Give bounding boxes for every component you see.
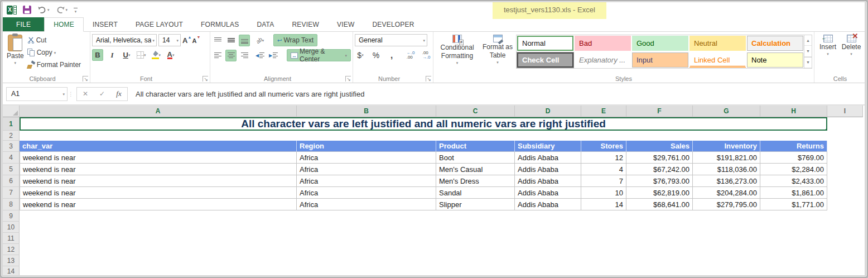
column-header-D[interactable]: D	[515, 106, 581, 117]
cell-header-region[interactable]: Region	[297, 141, 436, 152]
cell-B6[interactable]: Africa	[297, 175, 436, 187]
empty-row-area-11[interactable]	[20, 233, 863, 244]
paste-button[interactable]: Paste ▾	[4, 33, 26, 66]
row-header-3[interactable]: 3	[3, 141, 20, 152]
gallery-more-icon[interactable]: ▼	[804, 57, 812, 68]
style-linked-cell[interactable]: Linked Cell	[689, 52, 746, 68]
tab-data[interactable]: DATA	[248, 17, 283, 31]
cut-button[interactable]: Cut	[26, 34, 82, 46]
empty-row-area-9[interactable]	[20, 210, 863, 222]
cell-header-inventory[interactable]: Inventory	[693, 141, 760, 152]
font-dialog-launcher-icon[interactable]: ↘	[202, 76, 208, 82]
cell-A4[interactable]: weekend is near	[20, 152, 297, 164]
column-header-B[interactable]: B	[297, 106, 436, 117]
column-header-A[interactable]: A	[20, 106, 297, 117]
undo-button[interactable]: ▾	[37, 6, 50, 14]
column-header-F[interactable]: F	[626, 106, 693, 117]
row-header-12[interactable]: 12	[3, 244, 20, 255]
undo-dropdown-icon[interactable]: ▾	[47, 8, 50, 12]
accounting-dropdown-icon[interactable]: ▾	[361, 53, 364, 57]
column-header-I[interactable]: I	[827, 106, 863, 117]
empty-row-area-14[interactable]	[20, 266, 863, 275]
font-color-dropdown-icon[interactable]: ▾	[172, 53, 175, 57]
alignment-dialog-launcher-icon[interactable]: ↘	[345, 76, 351, 82]
row-header-1[interactable]: 1	[3, 117, 20, 131]
cell-F7[interactable]: $62,819.00	[626, 187, 693, 199]
cell-G7[interactable]: $204,284.00	[693, 187, 760, 199]
row-header-11[interactable]: 11	[3, 233, 20, 244]
gallery-scroll-up-icon[interactable]: ▲	[804, 35, 812, 46]
cell-B8[interactable]: Africa	[297, 199, 436, 210]
borders-dropdown-icon[interactable]: ▾	[144, 53, 146, 57]
cell-F6[interactable]: $76,793.00	[626, 175, 693, 187]
cell-header-char-var[interactable]: char_var	[20, 141, 297, 152]
format-painter-button[interactable]: Format Painter	[26, 59, 82, 71]
tab-formulas[interactable]: FORMULAS	[192, 17, 248, 31]
row-header-5[interactable]: 5	[3, 164, 20, 175]
underline-dropdown-icon[interactable]: ▾	[128, 53, 131, 57]
empty-row-area-10[interactable]	[20, 222, 863, 233]
column-header-H[interactable]: H	[760, 106, 827, 117]
cell-D7[interactable]: Addis Ababa	[515, 187, 581, 199]
decrease-decimal-button[interactable]: .00→.0	[421, 49, 432, 61]
conditional-formatting-button[interactable]: Conditional Formatting ▾	[435, 33, 479, 66]
cell-D8[interactable]: Addis Ababa	[515, 199, 581, 210]
column-header-C[interactable]: C	[436, 106, 515, 117]
customize-qat-button[interactable]: ▾	[74, 6, 78, 13]
column-header-E[interactable]: E	[581, 106, 626, 117]
empty-row-area-13[interactable]	[20, 255, 863, 266]
bottom-align-button[interactable]	[239, 35, 250, 46]
copy-button[interactable]: Copy ▾	[26, 46, 82, 59]
style-neutral[interactable]: Neutral	[689, 36, 746, 51]
tab-home[interactable]: HOME	[44, 17, 84, 32]
cell-B7[interactable]: Africa	[297, 187, 436, 199]
cell-A6[interactable]: weekend is near	[20, 175, 297, 187]
cell-header-product[interactable]: Product	[436, 141, 515, 152]
insert-function-button[interactable]: fx	[110, 89, 127, 98]
gallery-scroll-down-icon[interactable]: ▼	[804, 46, 812, 56]
cell-C4[interactable]: Boot	[436, 152, 515, 164]
cell-header-sales[interactable]: Sales	[626, 141, 693, 152]
row-header-4[interactable]: 4	[3, 152, 20, 164]
row-header-14[interactable]: 14	[3, 266, 20, 275]
wrap-text-button[interactable]: ↩ Wrap Text	[273, 34, 317, 46]
clipboard-dialog-launcher-icon[interactable]: ↘	[83, 76, 88, 82]
cell-H7[interactable]: $1,861.00	[760, 187, 827, 199]
cell-G8[interactable]: $279,795.00	[693, 199, 760, 210]
cell-E8[interactable]: 14	[581, 199, 626, 210]
comma-style-button[interactable]: ,	[386, 49, 397, 61]
increase-indent-button[interactable]: ▶	[268, 50, 279, 61]
number-format-select[interactable]: General ▾	[355, 34, 427, 46]
cell-C7[interactable]: Sandal	[436, 187, 515, 199]
bold-button[interactable]: B	[92, 49, 103, 61]
cell-H8[interactable]: $1,771.00	[760, 199, 827, 210]
cell-H6[interactable]: $2,433.00	[760, 175, 827, 187]
cell-A5[interactable]: weekend is near	[20, 164, 297, 175]
decrease-font-size-button[interactable]: A▼	[192, 36, 199, 45]
font-family-select[interactable]: Arial, Helvetica, sa ▾	[92, 34, 157, 46]
orientation-button[interactable]: ab▾	[254, 35, 266, 46]
paste-dropdown-icon[interactable]: ▾	[15, 61, 17, 65]
cell-header-subsidiary[interactable]: Subsidiary	[515, 141, 581, 152]
cell-F4[interactable]: $29,761.00	[626, 152, 693, 164]
tab-developer[interactable]: DEVELOPER	[363, 17, 423, 31]
cell-G6[interactable]: $136,273.00	[693, 175, 760, 187]
percent-style-button[interactable]: %	[370, 49, 382, 61]
accounting-format-button[interactable]: $▾	[355, 49, 366, 61]
align-right-button[interactable]	[239, 50, 250, 61]
cell-B5[interactable]: Africa	[297, 164, 436, 175]
formula-bar-content[interactable]: All character vars are left justified an…	[136, 90, 364, 98]
redo-dropdown-icon[interactable]: ▾	[66, 8, 68, 12]
cell-C6[interactable]: Men's Dress	[436, 175, 515, 187]
cell-A1-merged-title[interactable]: All character vars are left justified an…	[20, 117, 827, 131]
center-button[interactable]	[225, 50, 237, 61]
cancel-button[interactable]: ✕	[77, 90, 94, 98]
row-header-10[interactable]: 10	[3, 222, 20, 233]
cell-E6[interactable]: 7	[581, 175, 626, 187]
cell-C5[interactable]: Men's Casual	[436, 164, 515, 175]
style-calculation[interactable]: Calculation	[747, 36, 803, 51]
save-icon[interactable]	[23, 6, 31, 14]
style-note[interactable]: Note	[747, 52, 803, 68]
cell-D4[interactable]: Addis Ababa	[515, 152, 581, 164]
enter-button[interactable]: ✓	[94, 90, 110, 98]
